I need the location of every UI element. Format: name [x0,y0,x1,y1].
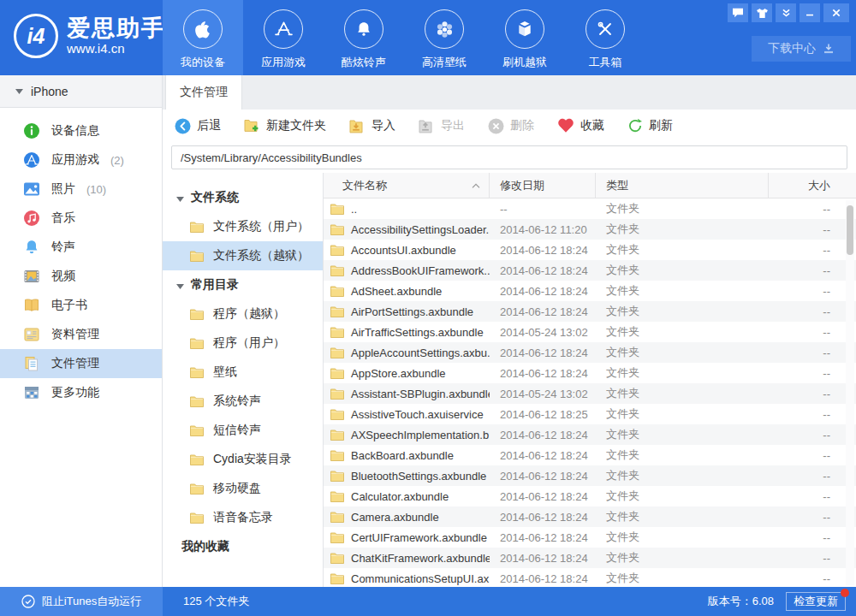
tree-item-label: 系统铃声 [213,394,261,409]
favorites-label[interactable]: 我的收藏 [163,532,323,561]
check-update-button[interactable]: 检查更新 [786,592,846,611]
tab-file-management[interactable]: 文件管理 [165,75,242,110]
modified-date-cell: 2014-06-12 18:24 [490,572,596,585]
table-row[interactable]: AccountsUI.axbundle2014-06-12 18:24文件夹-- [324,240,856,260]
refresh-button[interactable]: 刷新 [627,118,673,133]
column-header-file-name[interactable]: 文件名称 [324,173,490,198]
column-header-modified-date[interactable]: 修改日期 [490,173,596,198]
table-row[interactable]: BluetoothSettings.axbundle2014-06-12 18:… [324,465,856,486]
type-cell: 文件夹 [596,571,769,586]
table-row[interactable]: AppleAccountSettings.axbu...2014-06-12 1… [324,342,856,363]
sidebar-item-apps-games[interactable]: 应用游戏(2) [0,145,162,175]
nav-item-toolbox[interactable]: 工具箱 [565,0,645,75]
tree-item[interactable]: 程序（越狱） [163,299,323,329]
appstore-icon [264,9,303,49]
sidebar-item-videos[interactable]: 视频 [0,262,162,291]
window-minimize-button[interactable] [800,3,820,22]
folder-icon [330,224,344,235]
sidebar-item-file-management[interactable]: 文件管理 [0,349,162,378]
table-row[interactable]: Camera.axbundle2014-06-12 18:24文件夹-- [324,506,856,527]
file-name: AccountsUI.axbundle [351,244,456,257]
block-itunes-toggle[interactable]: 阻止iTunes自动运行 [0,587,163,616]
sidebar-item-ebooks[interactable]: 电子书 [0,291,162,320]
path-input[interactable] [171,145,847,169]
caret-down-icon [176,278,184,292]
tree-item[interactable]: 文件系统（用户） [163,212,323,241]
modified-date-cell: 2014-06-12 18:24 [490,490,596,503]
favorite-button[interactable]: 收藏 [557,118,604,133]
column-header-size[interactable]: 大小 [769,173,856,198]
size-cell: -- [769,552,856,565]
import-button[interactable]: 导入 [349,118,395,133]
window-feedback-button[interactable] [728,3,748,22]
table-row[interactable]: CertUIFramework.axbundle2014-06-12 18:24… [324,527,856,548]
toolbar: 后退新建文件夹导入导出删除收藏刷新 [163,110,856,142]
table-row[interactable]: ChatKitFramework.axbundle2014-06-12 18:2… [324,548,856,568]
tree-item-label: Cydia安装目录 [213,452,292,467]
type-cell: 文件夹 [596,345,769,360]
back-button[interactable]: 后退 [175,118,221,134]
tree-item[interactable]: 壁纸 [163,358,323,387]
new-folder-button[interactable]: 新建文件夹 [244,118,326,133]
sidebar-item-label: 视频 [51,269,75,284]
table-row[interactable]: Calculator.axbundle2014-06-12 18:24文件夹-- [324,486,856,506]
table-row[interactable]: Assistant-SBPlugin.axbundle2014-05-24 13… [324,383,856,404]
table-row[interactable]: ..--文件夹-- [324,198,856,219]
tree-item-label: 语音备忘录 [213,510,273,525]
tree-item[interactable]: 短信铃声 [163,416,323,445]
tree-item[interactable]: 系统铃声 [163,387,323,416]
type-cell: 文件夹 [596,283,769,299]
file-name: AirTrafficSettings.axbundle [351,326,484,339]
tree-item-label: 文件系统（用户） [213,219,309,234]
table-row[interactable]: AdSheet.axbundle2014-06-12 18:24文件夹-- [324,281,856,301]
nav-item-my-device[interactable]: 我的设备 [163,0,243,75]
column-header-type[interactable]: 类型 [596,173,769,198]
folder-icon [330,327,344,338]
table-row[interactable]: BackBoard.axbundle2014-06-12 18:24文件夹-- [324,445,856,465]
nav-item-label: 我的设备 [181,55,225,70]
folder-icon [190,425,204,436]
table-row[interactable]: AccessibilitySettingsLoader....2014-06-1… [324,219,856,240]
window-close-button[interactable] [823,3,849,22]
sidebar-item-photos[interactable]: 照片(10) [0,175,162,204]
tree-item[interactable]: 移动硬盘 [163,474,323,503]
tree-section-header[interactable]: 常用目录 [163,270,323,299]
table-row[interactable]: AirPortSettings.axbundle2014-06-12 18:24… [324,301,856,322]
table-row[interactable]: AirTrafficSettings.axbundle2014-05-24 13… [324,322,856,342]
device-selector[interactable]: iPhone [0,75,162,108]
table-row[interactable]: AXSpeechImplementation.b...2014-06-12 18… [324,424,856,445]
sidebar-item-device-info[interactable]: 设备信息 [0,116,162,145]
nav-item-jailbreak[interactable]: 刷机越狱 [484,0,565,75]
modified-date-cell: 2014-06-12 11:20 [490,223,596,236]
tree-item[interactable]: Cydia安装目录 [163,445,323,474]
table-row[interactable]: AppStore.axbundle2014-06-12 18:24文件夹-- [324,363,856,383]
nav-item-wallpapers[interactable]: 高清壁纸 [404,0,484,75]
window-collapse-button[interactable] [776,3,796,22]
tree-section-header[interactable]: 文件系统 [163,183,323,212]
sidebar-item-more-functions[interactable]: 更多功能 [0,378,162,407]
table-row[interactable]: AddressBookUIFramework....2014-06-12 18:… [324,260,856,281]
file-name-cell: AirTrafficSettings.axbundle [324,326,490,339]
video-icon [23,268,40,285]
sidebar-item-data-management[interactable]: 资料管理 [0,320,162,349]
file-name: Assistant-SBPlugin.axbundle [351,388,490,400]
file-name: AXSpeechImplementation.b... [351,429,490,441]
tree-item[interactable]: 程序（用户） [163,329,323,358]
nav-item-apps-games[interactable]: 应用游戏 [243,0,324,75]
folder-icon [190,454,204,465]
toolbar-button-label: 删除 [510,118,534,133]
table-row[interactable]: AssistiveTouch.axuiservice2014-06-12 18:… [324,404,856,424]
nav-item-ringtones[interactable]: 酷炫铃声 [324,0,404,75]
table-row[interactable]: CommunicationsSetupUI.ax...2014-06-12 18… [324,568,856,587]
folder-icon [190,483,204,495]
file-name-cell: .. [324,203,490,216]
tree-item[interactable]: 语音备忘录 [163,503,323,532]
window-theme-button[interactable] [752,3,772,22]
sidebar-item-music[interactable]: 音乐 [0,204,162,233]
scrollbar-thumb[interactable] [847,205,853,255]
download-center-button[interactable]: 下载中心 [752,36,851,62]
tree-item[interactable]: 文件系统（越狱） [163,241,323,270]
sidebar-item-ringtones[interactable]: 铃声 [0,233,162,262]
size-cell: -- [769,285,856,298]
table-scrollbar [846,200,854,585]
